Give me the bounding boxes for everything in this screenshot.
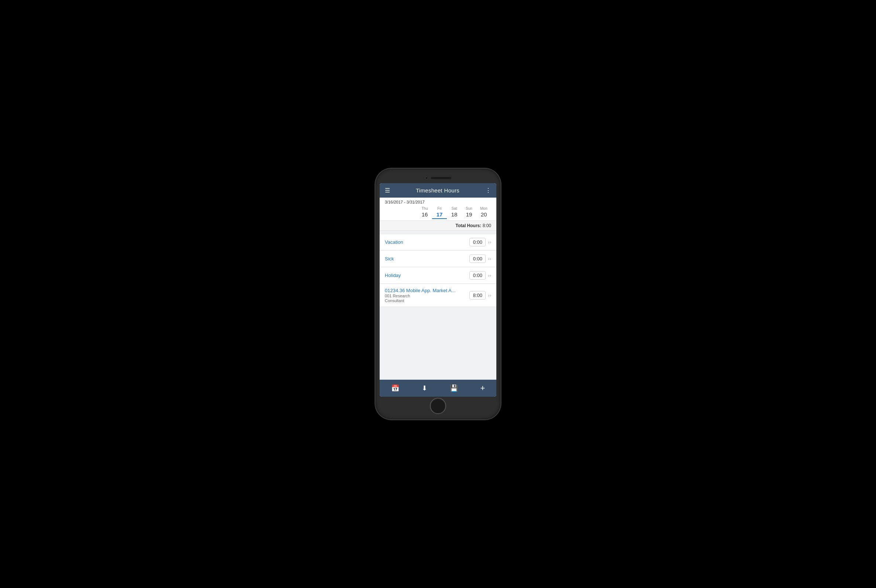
date-range-bar: 3/16/2017 - 3/31/2017 Thu 16 Fri 17 Sat …: [380, 198, 496, 221]
day-num: 19: [462, 211, 476, 218]
entry-row[interactable]: 01234.36 Mobile App. Market A... 001 Res…: [380, 284, 496, 307]
entry-time[interactable]: 0:00: [470, 238, 486, 246]
entry-sublabel: 001 Research: [385, 294, 470, 298]
save-button[interactable]: 💾: [447, 383, 461, 393]
phone-screen: Timesheet Hours 3/16/2017 - 3/31/2017 Th…: [380, 183, 496, 397]
day-name: Fri: [432, 207, 447, 210]
entry-label: Sick: [385, 256, 470, 261]
phone-bottom: [430, 397, 446, 415]
phone-speaker: [431, 177, 451, 179]
day-name: Thu: [417, 207, 432, 210]
add-button[interactable]: +: [477, 382, 488, 394]
app-title: Timesheet Hours: [416, 187, 459, 194]
entry-left: Vacation: [385, 239, 470, 245]
home-button[interactable]: [430, 398, 446, 414]
entry-chevron-icon[interactable]: ›: [488, 273, 491, 278]
day-col-18[interactable]: Sat 18: [447, 207, 462, 220]
menu-icon[interactable]: [385, 187, 390, 194]
entry-label: Holiday: [385, 273, 470, 278]
download-button[interactable]: ⬇: [419, 383, 430, 393]
entry-label: Vacation: [385, 239, 470, 245]
entry-row[interactable]: Vacation 0:00 ›: [380, 234, 496, 250]
entry-label: 01234.36 Mobile App. Market A...: [385, 288, 470, 293]
app-header: Timesheet Hours: [380, 183, 496, 198]
entry-row[interactable]: Holiday 0:00 ›: [380, 267, 496, 284]
app-toolbar: 📅 ⬇ 💾 +: [380, 380, 496, 397]
day-num: 16: [417, 211, 432, 218]
total-hours-value: 8:00: [483, 223, 491, 228]
day-name: Mon: [476, 207, 491, 210]
entry-chevron-icon[interactable]: ›: [488, 239, 491, 245]
total-hours-bar: Total Hours: 8:00: [380, 221, 496, 231]
entry-time[interactable]: 0:00: [470, 255, 486, 263]
day-name: Sat: [447, 207, 462, 210]
entry-time[interactable]: 8:00: [470, 291, 486, 300]
day-name: Sun: [462, 207, 476, 210]
day-col-16[interactable]: Thu 16: [417, 207, 432, 220]
days-row: Thu 16 Fri 17 Sat 18 Sun 19 Mon 20: [385, 207, 491, 220]
phone-camera: [425, 177, 428, 180]
total-hours-label: Total Hours:: [456, 223, 482, 228]
entry-left: Sick: [385, 256, 470, 261]
calendar-button[interactable]: 📅: [388, 383, 402, 393]
entry-sublabel2: Consultant: [385, 298, 470, 303]
entry-left: Holiday: [385, 273, 470, 278]
day-col-19[interactable]: Sun 19: [462, 207, 476, 220]
day-col-17[interactable]: Fri 17: [432, 207, 447, 220]
entries-list: Vacation 0:00 › Sick 0:00 › Holiday 0:00…: [380, 231, 496, 380]
day-num: 18: [447, 211, 462, 218]
entry-right: 8:00 ›: [470, 291, 491, 300]
phone-shell: Timesheet Hours 3/16/2017 - 3/31/2017 Th…: [375, 168, 501, 420]
day-col-20[interactable]: Mon 20: [476, 207, 491, 220]
day-num: 20: [476, 211, 491, 218]
entry-left: 01234.36 Mobile App. Market A... 001 Res…: [385, 288, 470, 303]
entry-right: 0:00 ›: [470, 255, 491, 263]
entry-time[interactable]: 0:00: [470, 271, 486, 280]
day-num: 17: [432, 211, 447, 219]
entry-right: 0:00 ›: [470, 271, 491, 280]
entry-right: 0:00 ›: [470, 238, 491, 246]
entry-chevron-icon[interactable]: ›: [488, 256, 491, 261]
entry-chevron-icon[interactable]: ›: [488, 292, 491, 298]
date-range-text: 3/16/2017 - 3/31/2017: [385, 200, 491, 207]
more-icon[interactable]: [485, 187, 491, 194]
entry-row[interactable]: Sick 0:00 ›: [380, 251, 496, 267]
phone-top-bar: [380, 173, 496, 183]
